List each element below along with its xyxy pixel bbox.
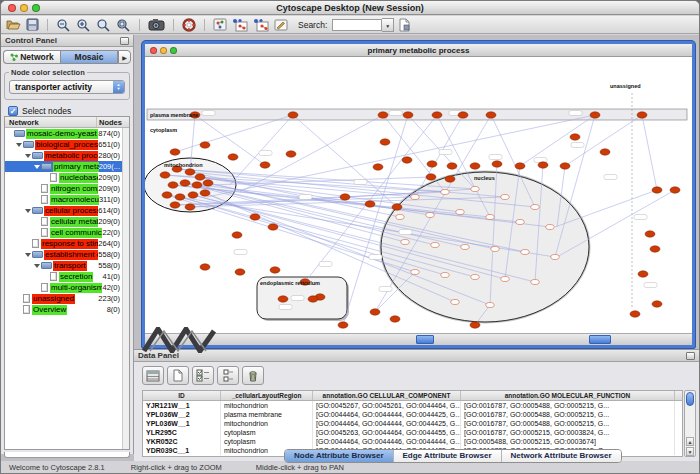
zoom-selected-icon[interactable] [95,17,112,33]
tree-header-network[interactable]: Network [5,117,97,127]
table-row[interactable]: YJR121W__1mitochondrion[GO:0045267, GO:0… [143,401,682,410]
tree-item-unassigned[interactable]: unassigned223(0) [5,293,122,304]
disclosure-triangle-icon[interactable] [34,264,40,268]
traffic-lights [8,4,40,12]
table-cell: [GO:0016787, GO:0005488, GO:0005215, G..… [461,401,675,410]
tree-item-nitrogen-compo[interactable]: nitrogen compo209(0) [5,183,122,194]
svg-text:endoplasmic reticulum: endoplasmic reticulum [260,280,320,286]
node-color-dropdown[interactable]: transporter activity ▲▼ [9,80,125,94]
tree-item-cellular-metabol[interactable]: cellular metabol209(0) [5,216,122,227]
tree-item-transport[interactable]: transport558(0) [5,260,122,271]
vizmapper-icon[interactable] [273,17,289,33]
save-icon[interactable] [25,17,40,33]
toolbar-separator [173,19,174,31]
tab-mosaic[interactable]: Mosaic [60,50,118,64]
disclosure-triangle-icon[interactable] [25,209,31,213]
birdseye-view-icon[interactable] [212,17,228,33]
tab-network[interactable]: Network [3,50,60,64]
zoom-in-icon[interactable] [75,17,92,33]
column-header-cellularlayoutregion[interactable]: _cellularLayoutRegion [221,391,313,400]
view-minimize-button[interactable] [160,47,167,54]
column-header-id[interactable]: ID [143,391,221,400]
column-header-annotation-go-molecular-function[interactable]: annotation.GO MOLECULAR_FUNCTION [461,391,675,400]
attribute-matrix-icon[interactable] [142,366,164,385]
minimize-button[interactable] [20,4,28,12]
search-input[interactable] [332,19,382,31]
delete-attribute-icon[interactable] [242,366,264,385]
scrollbar-thumb[interactable] [686,392,694,406]
tree-scrollbar[interactable] [122,128,129,449]
zoom-fit-icon[interactable] [115,17,132,33]
close-button[interactable] [8,4,16,12]
column-header-annotation-go-cellular-component[interactable]: annotation.GO CELLULAR_COMPONENT [313,391,461,400]
float-panel-icon[interactable] [120,37,129,45]
tree-header-nodes[interactable]: Nodes [97,117,129,127]
scroll-up-icon[interactable]: ▲ [686,437,694,446]
tree-item-label: mosaic-demo-yeast [26,129,98,139]
tab-edge-attribute-browser[interactable]: Edge Attribute Browser [394,450,502,462]
network-canvas[interactable]: plasma membranecytoplasmmitochondrionnuc… [145,57,692,333]
network-horizontal-scrollbar[interactable] [145,333,692,345]
unselect-attributes-icon[interactable] [217,366,239,385]
new-attribute-icon[interactable] [167,366,189,385]
network-view-title: primary metabolic process [145,44,692,57]
search-dropdown-icon[interactable]: ▼ [382,18,394,32]
table-row[interactable]: YPL036W__1mitochondrion[GO:0044464, GO:0… [143,419,682,428]
destroy-network-view-icon[interactable] [252,17,270,33]
select-attributes-icon[interactable] [192,366,214,385]
network-file-icon [41,184,48,193]
table-row[interactable]: YKR052Ccytoplasm[GO:0044464, GO:0044446,… [143,437,682,446]
disclosure-triangle-icon[interactable] [16,143,22,147]
disclosure-triangle-icon[interactable] [25,253,31,257]
create-network-view-icon[interactable] [231,17,249,33]
import-document-icon[interactable] [397,17,412,33]
network-file-icon [41,283,48,292]
tree-item-primary-metabo[interactable]: primary metabo209(... [5,161,122,172]
tree-item-response-to-stimulu[interactable]: response to stimulu264(0) [5,238,122,249]
table-cell: YJR121W__1 [143,401,221,410]
disclosure-triangle-icon[interactable] [25,154,31,158]
tree-item-establishment-of-lo[interactable]: establishment of lo558(0) [5,249,122,260]
zoom-button[interactable] [32,4,40,12]
table-vertical-scrollbar[interactable]: ▲ ▼ [684,390,696,457]
network-view-titlebar[interactable]: primary metabolic process [145,44,692,57]
node-count: 614(0) [98,206,122,216]
network-tab-icon [10,53,18,61]
network-file-icon [50,173,57,182]
tree-item-label: metabolic process [44,151,98,161]
tree-item-macromolecule[interactable]: macromolecule311(0) [5,194,122,205]
tab-network-attribute-browser[interactable]: Network Attribute Browser [502,450,621,462]
tree-item-secretion[interactable]: secretion41(0) [5,271,122,282]
table-row[interactable]: YPL036W__2plasma membrane[GO:0044464, GO… [143,410,682,419]
tree-item-mosaic-demo-yeast[interactable]: mosaic-demo-yeast874(0) [5,128,122,139]
control-panel: Control Panel Network Mosaic ▶ Node colo… [1,35,134,454]
select-nodes-checkbox[interactable]: ✓ [8,106,18,116]
scrollbar-thumb[interactable] [589,335,611,344]
disclosure-triangle-icon[interactable] [34,165,40,169]
view-close-button[interactable] [150,47,157,54]
tab-overflow-arrow[interactable]: ▶ [118,50,131,64]
snapshot-camera-icon[interactable] [147,17,166,33]
node-count: 41(0) [102,272,122,282]
float-panel-icon[interactable] [686,352,695,360]
node-count: 264(0) [98,239,122,249]
tree-item-biological-process[interactable]: biological_process651(0) [5,139,122,150]
tree-item-overview[interactable]: Overview8(0) [5,304,122,315]
window-titlebar[interactable]: Cytoscape Desktop (New Session) [1,1,699,15]
scroll-down-icon[interactable]: ▼ [686,447,694,456]
tree-item-cellular-process[interactable]: cellular process614(0) [5,205,122,216]
tree-item-nucleobase-c[interactable]: nucleobase-c209(0) [5,172,122,183]
view-zoom-button[interactable] [170,47,177,54]
zoom-out-icon[interactable] [55,17,72,33]
network-file-icon [50,272,57,281]
help-lifesaver-icon[interactable] [181,17,197,33]
tab-node-attribute-browser[interactable]: Node Attribute Browser [285,450,394,462]
status-hint-pan: Middle-click + drag to PAN [256,463,344,472]
tree-item-multi-organism-pro[interactable]: multi-organism pro42(0) [5,282,122,293]
tree-item-cell-communicat[interactable]: cell communicat22(0) [5,227,122,238]
tree-item-metabolic-process[interactable]: metabolic process280(0) [5,150,122,161]
scrollbar-thumb[interactable] [416,335,434,344]
open-folder-icon[interactable] [5,17,22,33]
tree-item-label: cellular metabol [50,217,98,227]
table-row[interactable]: YLR295Ccytoplasm[GO:0045263, GO:0044464,… [143,428,682,437]
